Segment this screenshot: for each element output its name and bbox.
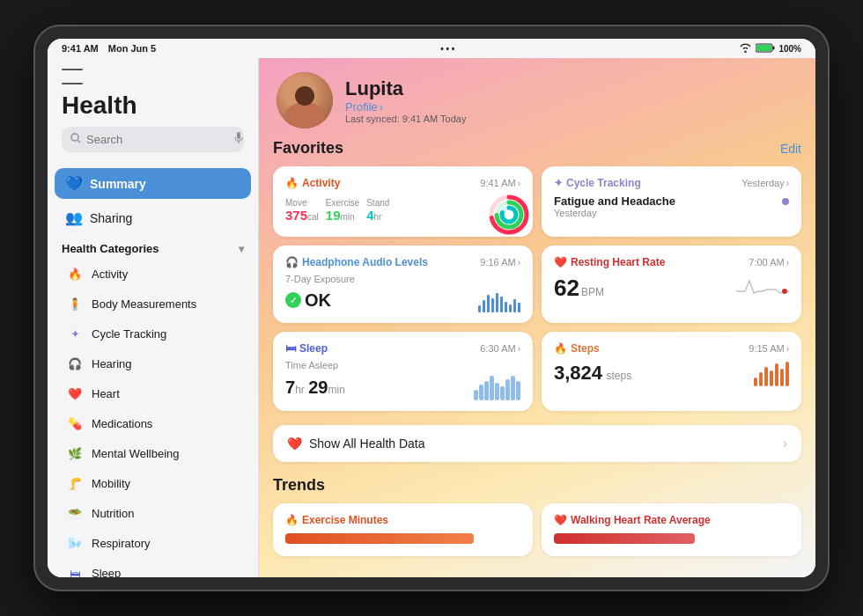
trend-exercise-bar <box>285 533 474 544</box>
headphone-icon: 🎧 <box>285 256 299 268</box>
svg-point-13 <box>782 289 787 294</box>
sidebar-item-body-measurements[interactable]: 🧍 Body Measurements <box>48 289 258 319</box>
trends-title: Trends <box>273 476 801 495</box>
svg-line-4 <box>78 141 81 143</box>
headphone-bars-viz <box>478 288 520 312</box>
sleep-value: 7hr 29min <box>285 378 345 398</box>
content-area: Favorites Edit 🔥 Activity <box>259 139 815 570</box>
profile-name: Lupita <box>345 77 466 100</box>
profile-info: Lupita Profile › Last synced: 9:41 AM To… <box>345 77 466 124</box>
edit-button[interactable]: Edit <box>780 142 801 156</box>
wifi-icon <box>739 43 752 55</box>
steps-title: 🔥 Steps <box>554 342 600 355</box>
heart-icon: ❤️ <box>65 384 85 403</box>
sleep-body: 7hr 29min <box>285 374 520 400</box>
rhr-chevron-icon: › <box>786 258 789 268</box>
sidebar-item-cycle-tracking[interactable]: ✦ Cycle Tracking <box>48 319 258 348</box>
sidebar-item-hearing[interactable]: 🎧 Hearing <box>48 348 258 378</box>
svg-rect-2 <box>756 45 771 51</box>
activity-stats: Move 375cal Exercise 19min Stand <box>285 198 389 224</box>
rhr-title: ❤️ Resting Heart Rate <box>554 256 665 268</box>
activity-card[interactable]: 🔥 Activity 9:41 AM › <box>273 166 533 237</box>
trend-card-exercise[interactable]: 🔥 Exercise Minutes <box>273 503 533 556</box>
three-dots: • • • <box>440 44 454 54</box>
rhr-time: 7:00 AM › <box>749 257 789 268</box>
trend-exercise-icon: 🔥 <box>285 514 299 526</box>
sidebar-item-respiratory[interactable]: 🌬️ Respiratory <box>48 528 258 558</box>
trend-heart-bar <box>554 533 695 544</box>
show-all-heart-icon: ❤️ <box>287 436 302 451</box>
steps-card[interactable]: 🔥 Steps 9:15 AM › 3,824 <box>542 332 801 411</box>
headphone-chevron-icon: › <box>518 258 520 268</box>
search-input[interactable] <box>86 133 234 146</box>
sidebar-toggle-icon[interactable] <box>62 69 83 84</box>
search-bar[interactable] <box>62 127 244 152</box>
sleep-icon: 🛏 <box>65 563 85 577</box>
nutrition-icon: 🥗 <box>65 503 85 523</box>
search-icon <box>70 133 81 146</box>
steps-time: 9:15 AM › <box>749 343 789 354</box>
mobility-icon: 🦵 <box>65 473 85 493</box>
show-all-label: ❤️ Show All Health Data <box>287 436 425 451</box>
summary-button[interactable]: 💙 Summary <box>55 168 251 199</box>
svg-rect-1 <box>773 46 775 49</box>
sidebar-item-mobility[interactable]: 🦵 Mobility <box>48 468 258 498</box>
cycle-chevron-icon: › <box>786 179 789 188</box>
sidebar-item-medications[interactable]: 💊 Medications <box>48 408 258 438</box>
sidebar: Health 💙 Summary <box>48 58 259 577</box>
medications-icon: 💊 <box>65 414 85 433</box>
sharing-icon: 👥 <box>65 209 83 226</box>
mic-icon[interactable] <box>234 132 243 147</box>
headphone-title: 🎧 Headphone Audio Levels <box>285 256 428 268</box>
sidebar-item-nutrition[interactable]: 🥗 Nutrition <box>48 498 258 528</box>
ok-check-icon: ✓ <box>285 292 301 308</box>
profile-header: Lupita Profile › Last synced: 9:41 AM To… <box>259 58 815 139</box>
sleep-bars-viz <box>474 374 520 400</box>
ok-badge: ✓ OK <box>285 290 331 311</box>
chevron-down-icon[interactable]: ▾ <box>239 243 244 255</box>
cycle-tracking-time: Yesterday › <box>741 178 789 188</box>
steps-chevron-icon: › <box>786 344 789 354</box>
activity-rings <box>489 194 520 226</box>
sidebar-item-mental-wellbeing[interactable]: 🌿 Mental Wellbeing <box>48 438 258 468</box>
move-stat: Move 375cal <box>285 198 319 224</box>
sidebar-item-heart[interactable]: ❤️ Heart <box>48 378 258 408</box>
rhr-value: 62 BPM <box>554 275 604 302</box>
trend-heart-icon: ❤️ <box>554 514 567 526</box>
respiratory-icon: 🌬️ <box>65 533 85 553</box>
main-content: Lupita Profile › Last synced: 9:41 AM To… <box>259 58 815 577</box>
sidebar-header: Health <box>48 58 258 168</box>
activity-card-title: 🔥 Activity <box>285 177 340 189</box>
steps-value: 3,824 steps <box>554 362 631 385</box>
activity-card-body: Move 375cal Exercise 19min Stand <box>285 194 520 226</box>
sidebar-item-sleep[interactable]: 🛏 Sleep <box>48 558 258 577</box>
activity-card-header: 🔥 Activity 9:41 AM › <box>285 177 520 189</box>
resting-heart-rate-card[interactable]: ❤️ Resting Heart Rate 7:00 AM › <box>542 246 801 323</box>
sleep-card-icon: 🛏 <box>285 342 296 355</box>
favorites-title: Favorites <box>273 139 343 158</box>
cycle-tracking-body: Fatigue and Headache Yesterday <box>554 194 789 218</box>
trends-grid: 🔥 Exercise Minutes ❤️ Walking Heart Rate… <box>273 503 801 556</box>
sync-time: Last synced: 9:41 AM Today <box>345 114 466 124</box>
trend-exercise-title: 🔥 Exercise Minutes <box>285 514 520 526</box>
cycle-tracking-title: ✦ Cycle Tracking <box>554 177 641 189</box>
cycle-tracking-text: Fatigue and Headache Yesterday <box>554 194 675 218</box>
cycle-tracking-card-header: ✦ Cycle Tracking Yesterday › <box>554 177 789 189</box>
cycle-tracking-icon: ✦ <box>65 324 85 343</box>
headphone-time: 9:16 AM › <box>480 257 520 268</box>
sharing-item[interactable]: 👥 Sharing <box>48 202 258 233</box>
headphone-audio-card[interactable]: 🎧 Headphone Audio Levels 9:16 AM › 7-Day… <box>273 246 533 323</box>
rhr-body: 62 BPM <box>554 274 789 302</box>
sleep-title: 🛏 Sleep <box>285 342 328 355</box>
sidebar-item-activity[interactable]: 🔥 Activity <box>48 259 258 289</box>
show-all-chevron-icon: › <box>783 436 787 451</box>
sleep-card-header: 🛏 Sleep 6:30 AM › <box>285 342 520 355</box>
avatar <box>277 72 333 128</box>
summary-icon: 💙 <box>65 175 83 192</box>
show-all-health-data[interactable]: ❤️ Show All Health Data › <box>273 425 801 462</box>
trend-card-heart-rate[interactable]: ❤️ Walking Heart Rate Average <box>542 503 801 556</box>
sleep-card[interactable]: 🛏 Sleep 6:30 AM › Time Asleep <box>273 332 533 411</box>
profile-link[interactable]: Profile › <box>345 100 466 114</box>
headphone-card-header: 🎧 Headphone Audio Levels 9:16 AM › <box>285 256 520 268</box>
cycle-tracking-card[interactable]: ✦ Cycle Tracking Yesterday › F <box>542 166 801 237</box>
